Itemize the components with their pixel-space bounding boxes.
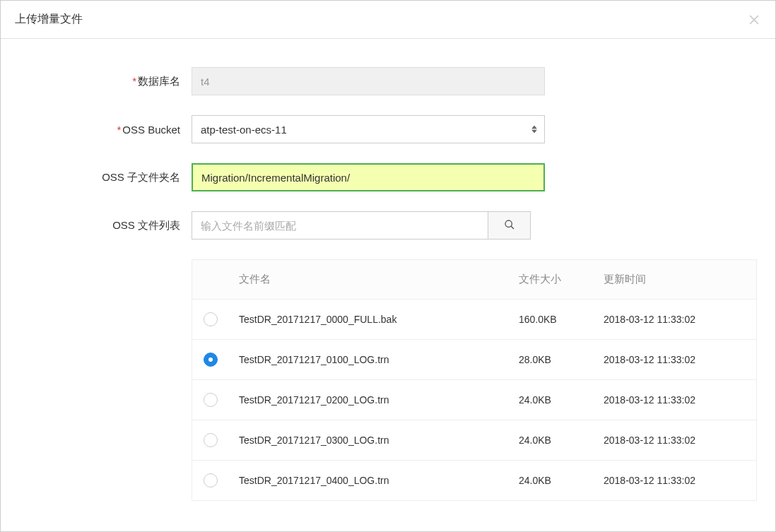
- ossbucket-control: atp-test-on-ecs-11: [192, 115, 545, 143]
- svg-point-4: [505, 220, 512, 227]
- ossbucket-label: *OSS Bucket: [15, 124, 192, 136]
- file-name: TestDR_20171217_0100_LOG.trn: [239, 354, 519, 365]
- select-arrows-icon: [531, 126, 537, 134]
- radio-col: [204, 353, 239, 367]
- ossbucket-row: *OSS Bucket atp-test-on-ecs-11: [15, 115, 761, 143]
- search-input[interactable]: [192, 211, 488, 240]
- svg-marker-3: [531, 130, 537, 134]
- subfolder-input[interactable]: Migration/IncrementalMigration/: [192, 163, 545, 191]
- file-size: 24.0KB: [519, 475, 604, 486]
- radio-button[interactable]: [204, 473, 218, 487]
- file-size: 28.0KB: [519, 354, 604, 365]
- subfolder-label: OSS 子文件夹名: [15, 171, 192, 184]
- header-name: 文件名: [239, 273, 519, 286]
- required-marker: *: [132, 75, 136, 87]
- file-name: TestDR_20171217_0000_FULL.bak: [239, 314, 519, 325]
- table-row[interactable]: TestDR_20171217_0100_LOG.trn28.0KB2018-0…: [192, 339, 756, 379]
- required-marker: *: [117, 124, 121, 136]
- dialog-header: 上传增量文件: [1, 1, 775, 39]
- table-row[interactable]: TestDR_20171217_0300_LOG.trn24.0KB2018-0…: [192, 420, 756, 460]
- dbname-input: t4: [192, 67, 545, 95]
- file-name: TestDR_20171217_0300_LOG.trn: [239, 435, 519, 446]
- ossbucket-value: atp-test-on-ecs-11: [201, 124, 287, 136]
- file-size: 160.0KB: [519, 314, 604, 325]
- radio-button[interactable]: [204, 312, 218, 326]
- file-name: TestDR_20171217_0400_LOG.trn: [239, 475, 519, 486]
- file-time: 2018-03-12 11:33:02: [604, 314, 745, 325]
- table-row[interactable]: TestDR_20171217_0000_FULL.bak160.0KB2018…: [192, 299, 756, 339]
- file-table: 文件名 文件大小 更新时间 TestDR_20171217_0000_FULL.…: [192, 259, 757, 501]
- header-radio-col: [204, 273, 239, 286]
- upload-dialog: 上传增量文件 *数据库名 t4 *OSS Bucket atp-test-on-…: [0, 0, 776, 532]
- file-size: 24.0KB: [519, 435, 604, 446]
- file-name: TestDR_20171217_0200_LOG.trn: [239, 394, 519, 406]
- dbname-control: t4: [192, 67, 545, 95]
- table-row[interactable]: TestDR_20171217_0200_LOG.trn24.0KB2018-0…: [192, 379, 756, 420]
- filelist-row: OSS 文件列表: [15, 211, 761, 240]
- search-group: [192, 211, 531, 240]
- radio-button[interactable]: [204, 353, 218, 367]
- close-icon[interactable]: [747, 13, 761, 27]
- subfolder-row: OSS 子文件夹名 Migration/IncrementalMigration…: [15, 163, 761, 191]
- radio-col: [204, 393, 239, 407]
- radio-button[interactable]: [204, 393, 218, 407]
- table-body: TestDR_20171217_0000_FULL.bak160.0KB2018…: [192, 299, 756, 500]
- file-time: 2018-03-12 11:33:02: [604, 394, 745, 406]
- search-icon: [504, 219, 515, 232]
- search-button[interactable]: [488, 211, 531, 240]
- table-row[interactable]: TestDR_20171217_0400_LOG.trn24.0KB2018-0…: [192, 460, 756, 500]
- dialog-body: *数据库名 t4 *OSS Bucket atp-test-on-ecs-11: [1, 39, 775, 531]
- dialog-title: 上传增量文件: [15, 12, 83, 27]
- radio-col: [204, 433, 239, 447]
- header-size: 文件大小: [519, 273, 604, 286]
- file-time: 2018-03-12 11:33:02: [604, 475, 745, 486]
- subfolder-control: Migration/IncrementalMigration/: [192, 163, 545, 191]
- file-size: 24.0KB: [519, 394, 604, 406]
- filelist-label: OSS 文件列表: [15, 219, 192, 232]
- radio-col: [204, 312, 239, 326]
- file-time: 2018-03-12 11:33:02: [604, 435, 745, 446]
- dbname-label: *数据库名: [15, 75, 192, 88]
- ossbucket-select[interactable]: atp-test-on-ecs-11: [192, 115, 545, 143]
- file-time: 2018-03-12 11:33:02: [604, 354, 745, 365]
- svg-marker-2: [531, 126, 537, 129]
- radio-col: [204, 473, 239, 487]
- radio-button[interactable]: [204, 433, 218, 447]
- svg-line-5: [511, 226, 514, 229]
- header-time: 更新时间: [604, 273, 745, 286]
- table-header: 文件名 文件大小 更新时间: [192, 260, 756, 299]
- dbname-row: *数据库名 t4: [15, 67, 761, 95]
